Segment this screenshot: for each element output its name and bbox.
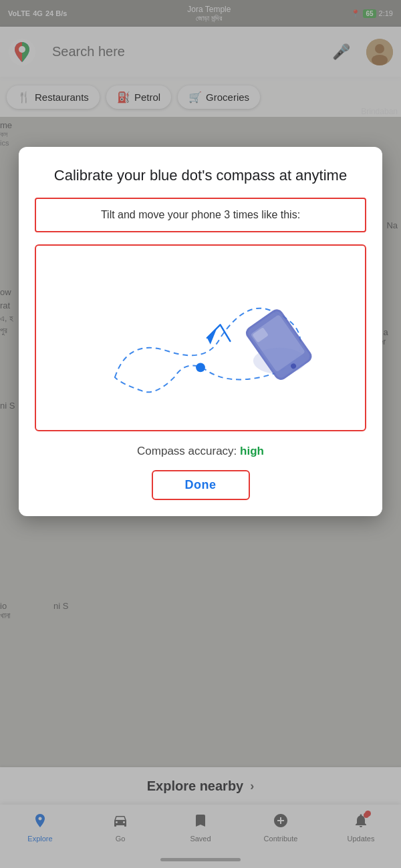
calibrate-dialog: Calibrate your blue dot's compass at any…	[19, 147, 382, 516]
dialog-title: Calibrate your blue dot's compass at any…	[35, 166, 366, 186]
compass-animation-box	[35, 244, 366, 431]
dialog-instruction: Tilt and move your phone 3 times like th…	[35, 198, 366, 232]
done-button[interactable]: Done	[152, 470, 250, 500]
accuracy-value: high	[240, 445, 264, 457]
svg-point-6	[196, 363, 205, 372]
done-button-wrapper: Done	[35, 470, 366, 500]
accuracy-label: Compass accuracy:	[137, 445, 237, 457]
accuracy-line: Compass accuracy: high	[35, 445, 366, 458]
svg-point-12	[253, 347, 306, 373]
